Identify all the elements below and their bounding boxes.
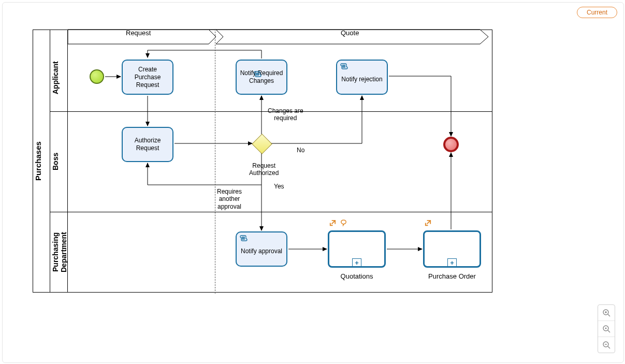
gateway-exclusive[interactable] [252,134,271,153]
task-notify-rejection[interactable]: Notify rejection [336,60,388,95]
task-label: Notify approval [241,243,282,255]
task-notify-required-changes[interactable]: Notify Required Changes [236,60,287,95]
external-link-icon[interactable] [329,219,337,228]
task-notify-approval[interactable]: Notify approval [236,231,287,267]
zoom-reset-button[interactable] [598,321,615,337]
subprocess-label-purchase-order: Purchase Order [423,272,481,280]
phase-label-quote: Quote [341,29,359,37]
comment-icon[interactable] [340,219,348,228]
task-create-purchase-request[interactable]: Create Purchase Request [122,60,173,95]
phase-divider [215,29,215,294]
script-icon [340,63,348,70]
end-event[interactable] [443,137,459,152]
zoom-reset-icon [602,325,611,333]
current-button[interactable]: Current [577,7,617,18]
zoom-out-button[interactable] [598,337,615,353]
lane-title-purchasing: Purchasing Department [51,212,67,293]
edge-label-yes: Yes [274,183,284,190]
svg-line-13 [608,330,610,332]
svg-line-8 [608,314,610,316]
zoom-controls [598,304,615,353]
edge-label-changes-required: Changes are required [268,107,303,122]
phase-label-request: Request [126,29,151,37]
expand-icon: + [352,258,361,266]
pool-title: Purchases [34,30,49,293]
script-icon [240,63,248,70]
edge-label-no: No [297,147,304,154]
expand-icon: + [447,258,457,266]
svg-line-15 [608,346,610,348]
diagram-panel: Current [2,2,624,363]
lane-divider-2 [50,212,492,212]
lane-title-boss: Boss [51,111,67,212]
edge-label-request-authorized: Request Authorized [249,162,279,177]
zoom-out-icon [602,341,611,349]
start-event[interactable] [90,69,104,84]
subprocess-purchase-order[interactable]: + [423,230,481,268]
script-icon [240,235,248,242]
task-authorize-request[interactable]: Authorize Request [122,127,173,162]
task-label: Notify rejection [341,71,382,83]
zoom-in-icon [602,309,611,317]
subprocess-quotations[interactable]: + [328,230,386,268]
edge-label-requires-another: Requires another approval [217,188,242,210]
lane-title-applicant: Applicant [51,44,67,111]
svg-point-12 [605,328,607,329]
external-link-icon[interactable] [424,219,432,228]
subprocess-label-quotations: Quotations [328,272,386,280]
zoom-in-button[interactable] [598,305,615,321]
bpmn-diagram: Purchases Applicant Boss Purchasing Depa… [17,17,493,292]
